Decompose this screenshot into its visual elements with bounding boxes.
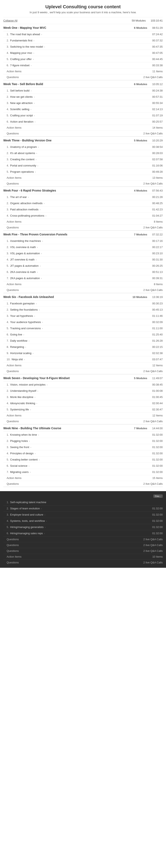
- lesson-number: 4.: [7, 519, 9, 522]
- week-header-7[interactable]: Week Seven - Developing Your 8-Figure Mi…: [3, 374, 163, 382]
- lesson-row[interactable]: 4. Portal and community › 01:16:06: [3, 162, 163, 169]
- lesson-row[interactable]: 6. Action and Iteration › 00:25:57: [3, 119, 163, 125]
- lesson-row[interactable]: 3. Switching to the new model › 00:47:35: [3, 44, 163, 50]
- expand-icon: ›: [36, 152, 37, 154]
- week-header-5[interactable]: Week Five - Three Proven Conversion Funn…: [3, 231, 163, 238]
- lesson-row[interactable]: 3. Creating the content › 02:07:58: [3, 156, 163, 162]
- collapse-all-button[interactable]: Collapse All: [3, 19, 18, 22]
- lesson-row[interactable]: 1. Facebook gameplan › 00:30:23: [3, 301, 163, 307]
- lesson-row[interactable]: 2. VSL overview & math › 00:22:17: [3, 244, 163, 250]
- lesson-duration: 00:47:05: [152, 51, 163, 55]
- lesson-number: 4.: [7, 258, 9, 261]
- lesson-row[interactable]: 4. JIT overview & math › 00:31:30: [3, 256, 163, 263]
- lesson-title: Crafting your script: [10, 114, 33, 117]
- lesson-row[interactable]: 3. Seeing the front › 01:32:00: [3, 444, 163, 451]
- lesson-row[interactable]: 1. Knowing when its time › 01:32:00: [3, 432, 163, 438]
- lesson-row[interactable]: 3. Monk like discipline › 01:00:45: [3, 394, 163, 400]
- dark-lesson-row[interactable]: 2. Stages of team evolution › 01:32:00: [3, 505, 163, 512]
- lesson-row[interactable]: 6. Going live › 01:25:40: [3, 332, 163, 338]
- lesson-row[interactable]: 4. Scientific selling › 02:14:13: [3, 106, 163, 113]
- week-header-1[interactable]: Week One - Mapping Your MVC 6 Modules 08…: [3, 24, 163, 31]
- lesson-row[interactable]: 4. Mapping your mvc › 00:47:05: [3, 50, 163, 56]
- lesson-row[interactable]: 3. VSL pages & automation › 00:23:10: [3, 250, 163, 256]
- lesson-duration: 00:28:03: [152, 152, 163, 155]
- expand-icon: ›: [34, 96, 35, 98]
- dark-lesson-row[interactable]: 5. Hiring/managing generalists › 01:32:0…: [3, 524, 163, 530]
- lesson-number: 6.: [7, 64, 9, 67]
- lesson-row[interactable]: 5. Program operations › 00:49:28: [3, 169, 163, 175]
- lesson-row[interactable]: 3. Your ad hypothesis › 01:11:46: [3, 313, 163, 319]
- lesson-row[interactable]: 10. Ninja shit › 03:07:47: [3, 356, 163, 363]
- lesson-row[interactable]: 2. Understanding thyself › 01:00:08: [3, 388, 163, 394]
- week-header-3[interactable]: Week Three - Building Version One 5 Modu…: [3, 137, 163, 144]
- lesson-row[interactable]: 3. New age attraction › 00:55:34: [3, 100, 163, 106]
- lesson-row[interactable]: 2. It's all about systems › 00:28:03: [3, 150, 163, 156]
- lesson-row[interactable]: 6. 7-figure mindset › 00:33:38: [3, 62, 163, 68]
- lesson-row[interactable]: 2. Plugging holes › 01:32:00: [3, 438, 163, 444]
- dark-lesson-row[interactable]: 4. Systems, tools, and workflow › 01:32:…: [3, 518, 163, 524]
- lesson-row[interactable]: 5. Crafting your script › 01:07:19: [3, 113, 163, 119]
- lesson-title: Stages of team evolution: [10, 507, 40, 510]
- lesson-duration: 01:32:00: [152, 433, 163, 436]
- lesson-title: Plugging holes: [10, 439, 28, 442]
- questions-label: Questions: [7, 549, 19, 552]
- lesson-row[interactable]: 4. Idiosyncratic thinking › 02:00:44: [3, 400, 163, 406]
- lesson-row[interactable]: 5. JIT pages & automation › 00:26:25: [3, 263, 163, 269]
- expand-icon: ›: [29, 465, 29, 467]
- lesson-row[interactable]: 7. Daily workflow › 01:26:28: [3, 338, 163, 344]
- lesson-row[interactable]: 1. Assembling the machines › 00:17:16: [3, 238, 163, 244]
- lesson-row[interactable]: 2. Organic attraction methods › 00:48:25: [3, 200, 163, 207]
- lesson-row[interactable]: 1. The art of war › 00:21:28: [3, 194, 163, 200]
- lesson-row[interactable]: 6. Social science › 01:32:00: [3, 463, 163, 469]
- lesson-row[interactable]: 4. Your audience hypothesis › 00:32:09: [3, 319, 163, 325]
- week-header-8[interactable]: Week Nine - Building The Ultimate Course…: [3, 425, 163, 432]
- expand-icon: ›: [40, 265, 41, 267]
- lesson-row[interactable]: 2. Fundamentals first › 00:37:32: [3, 37, 163, 44]
- week-header-2[interactable]: Week Two - Sell Before Build 6 Modules 1…: [3, 80, 163, 88]
- action-items-row: Action Items 11 Items: [3, 68, 163, 74]
- lesson-duration: 01:11:00: [152, 327, 163, 330]
- expand-icon: ›: [34, 102, 35, 104]
- lesson-row[interactable]: 5. Crafting your offer › 00:44:45: [3, 56, 163, 62]
- lesson-row[interactable]: 4. Cross-pollinating promotions › 01:04:…: [3, 213, 163, 219]
- week-block-2: Week Two - Sell Before Build 6 Modules 1…: [3, 80, 163, 137]
- expand-icon: ›: [37, 390, 38, 392]
- lesson-duration: 00:17:16: [152, 239, 163, 243]
- questions-label: Questions: [7, 538, 19, 541]
- lesson-row[interactable]: 6. 2KA overview & math › 00:51:13: [3, 269, 163, 275]
- action-items-label: Action Items: [7, 476, 22, 479]
- action-items-row: Action Items 12 Items: [3, 363, 163, 368]
- lesson-row[interactable]: 5. Creating better content › 01:32:00: [3, 457, 163, 463]
- action-items-value: 12 Items: [152, 364, 163, 367]
- lesson-title: Organic attraction methods: [10, 202, 43, 205]
- lesson-row[interactable]: 1. Anatomy of a program › 00:38:54: [3, 144, 163, 150]
- action-items-row: Action Items 14 Items: [3, 125, 163, 131]
- week-header-4[interactable]: Week Four - 6 Rapid Promo Strategies 4 M…: [3, 187, 163, 194]
- dark-lesson-row[interactable]: 1. Self-replicating talent machine: [3, 499, 163, 505]
- lesson-title: Anatomy of a program: [10, 145, 37, 149]
- lesson-row[interactable]: 1. Vision, mission and principles › 00:3…: [3, 382, 163, 388]
- dark-questions-row: Questions 2 live Q&A Calls: [3, 536, 163, 542]
- week-header-6[interactable]: Week Six - Facebook Ads Unleashed 10 Mod…: [3, 293, 163, 301]
- lesson-row[interactable]: 8. Retargeting › 00:22:15: [3, 344, 163, 350]
- dark-lesson-row[interactable]: 3. Employer brand and culture › 01:32:00: [3, 512, 163, 518]
- lesson-title: Seeing the front: [10, 445, 29, 449]
- lesson-row[interactable]: 4. Principles of design › 01:32:00: [3, 451, 163, 457]
- lesson-title: Scientific selling: [10, 108, 29, 111]
- lesson-duration: 02:02:38: [152, 351, 163, 355]
- week-meta-3: 5 Modules 10:20:29: [134, 139, 163, 142]
- lesson-row[interactable]: 2. How we get clients › 00:57:31: [3, 94, 163, 100]
- dark-lesson-row[interactable]: 6. Hiring/managing sales reps › 01:32:00: [3, 530, 163, 536]
- lesson-duration: 02:30:47: [152, 408, 163, 411]
- lesson-row[interactable]: 2. Setting the foundations › 00:45:13: [3, 307, 163, 313]
- lesson-row[interactable]: 7. 2KA pages & automation › 00:39:31: [3, 275, 163, 281]
- lesson-row[interactable]: 3. Paid attraction methods › 01:42:23: [3, 207, 163, 213]
- lesson-row[interactable]: 7. Migrating users › 01:32:00: [3, 469, 163, 475]
- lesson-row[interactable]: 1. Sell before build › 00:24:38: [3, 88, 163, 94]
- lesson-duration: 01:26:28: [152, 339, 163, 342]
- lesson-row[interactable]: 1. The road that lays ahead › 07:24:42: [3, 31, 163, 37]
- lesson-row[interactable]: 5. Systemizing life › 02:30:47: [3, 406, 163, 413]
- lesson-row[interactable]: 5. Tracking and conversions › 01:11:00: [3, 325, 163, 332]
- lesson-row[interactable]: 9. Horizontal scaling › 02:02:38: [3, 350, 163, 356]
- lesson-duration: 01:32:00: [152, 464, 163, 467]
